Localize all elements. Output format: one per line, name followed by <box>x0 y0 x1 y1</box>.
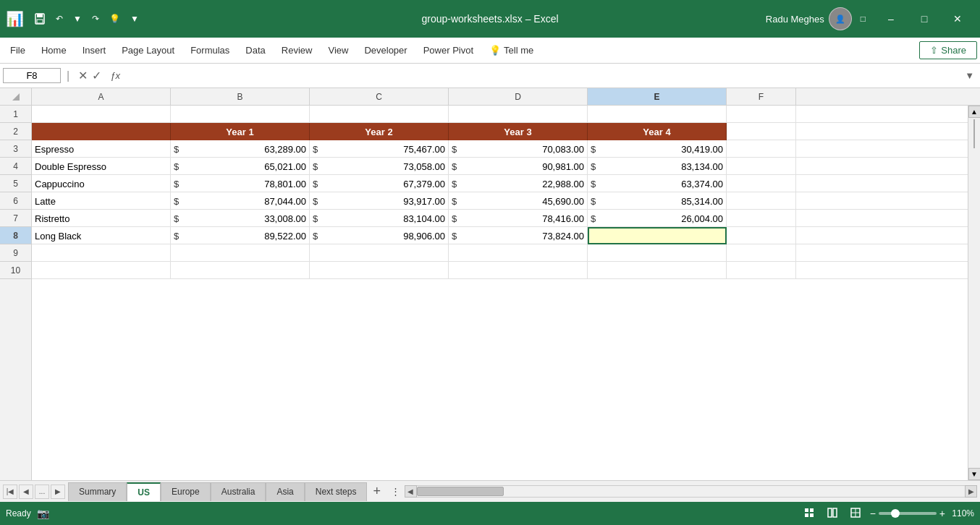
menu-review[interactable]: Review <box>274 42 320 59</box>
zoom-slider[interactable] <box>879 512 937 515</box>
tell-me-section[interactable]: 💡 Tell me <box>482 42 541 59</box>
menu-pagelayout[interactable]: Page Layout <box>114 42 182 59</box>
cell-F8[interactable] <box>588 227 727 244</box>
scroll-thumb[interactable] <box>973 119 975 148</box>
scroll-down-button[interactable]: ▼ <box>968 468 981 480</box>
cell-C7[interactable]: $33,008.00 <box>171 210 310 227</box>
cell-D3[interactable]: $75,467.00 <box>310 140 449 158</box>
cell-D10[interactable] <box>310 262 449 279</box>
cell-E3[interactable]: $70,083.00 <box>449 140 588 158</box>
share-button[interactable]: ⇧ Share <box>919 41 977 59</box>
cell-F2-header[interactable]: Year 4 <box>588 123 727 140</box>
col-header-B[interactable]: B <box>171 88 310 105</box>
tab-asia[interactable]: Asia <box>266 482 304 501</box>
cell-E7[interactable]: $78,416.00 <box>449 210 588 227</box>
minimize-button[interactable]: – <box>874 7 908 30</box>
menu-powerpivot[interactable]: Power Pivot <box>416 42 481 59</box>
cell-B3[interactable]: Espresso <box>32 140 171 158</box>
formula-input[interactable] <box>126 69 959 82</box>
cell-G2[interactable] <box>727 123 796 140</box>
cell-C6[interactable]: $87,044.00 <box>171 192 310 210</box>
row-num-2[interactable]: 2 <box>0 123 31 140</box>
cell-G7[interactable] <box>727 210 796 227</box>
tab-australia[interactable]: Australia <box>211 482 266 501</box>
col-header-G[interactable] <box>796 88 808 105</box>
cell-B9[interactable] <box>32 244 171 262</box>
normal-view-button[interactable] <box>801 505 818 522</box>
tab-summary[interactable]: Summary <box>68 482 127 501</box>
cell-G4[interactable] <box>727 158 796 175</box>
cell-F7[interactable]: $26,004.00 <box>588 210 727 227</box>
formula-dropdown-icon[interactable]: ▼ <box>962 70 977 81</box>
hscroll-left-button[interactable]: ◀ <box>405 485 417 498</box>
vertical-scrollbar[interactable]: ▲ ▼ <box>968 106 980 480</box>
cell-G1[interactable] <box>727 106 796 123</box>
hscroll-track[interactable] <box>417 485 965 498</box>
cell-E8[interactable]: $73,824.00 <box>449 227 588 244</box>
ribbon-display-button[interactable]: □ <box>858 12 869 25</box>
col-header-C[interactable]: C <box>310 88 449 105</box>
cell-C1[interactable] <box>171 106 310 123</box>
undo-button[interactable]: ↶ <box>53 12 66 25</box>
cancel-formula-icon[interactable]: ✕ <box>78 69 88 82</box>
cell-D7[interactable]: $83,104.00 <box>310 210 449 227</box>
redo-button[interactable]: ↷ <box>89 12 102 25</box>
scroll-up-button[interactable]: ▲ <box>968 106 981 118</box>
col-header-A[interactable]: A <box>32 88 171 105</box>
tab-europe[interactable]: Europe <box>161 482 211 501</box>
more-sheets-button[interactable]: ... <box>35 485 49 499</box>
cell-E2-header[interactable]: Year 3 <box>449 123 588 140</box>
first-sheet-button[interactable]: |◀ <box>3 485 17 499</box>
undo-dropdown[interactable]: ▼ <box>70 12 85 25</box>
cell-reference-input[interactable] <box>3 68 61 83</box>
cell-E5[interactable]: $22,988.00 <box>449 175 588 192</box>
col-header-F[interactable]: F <box>727 88 796 105</box>
row-num-1[interactable]: 1 <box>0 106 31 123</box>
cell-D9[interactable] <box>310 244 449 262</box>
cell-F6[interactable]: $85,314.00 <box>588 192 727 210</box>
col-header-E[interactable]: E <box>588 88 727 105</box>
save-button[interactable] <box>31 12 48 26</box>
cell-D4[interactable]: $73,058.00 <box>310 158 449 175</box>
cell-B5[interactable]: Cappuccino <box>32 175 171 192</box>
hscroll-right-button[interactable]: ▶ <box>965 485 977 498</box>
cell-C3[interactable]: $63,289.00 <box>171 140 310 158</box>
menu-file[interactable]: File <box>3 42 33 59</box>
col-header-D[interactable]: D <box>449 88 588 105</box>
tab-us[interactable]: US <box>127 482 161 501</box>
row-num-4[interactable]: 4 <box>0 158 31 175</box>
cell-D5[interactable]: $67,379.00 <box>310 175 449 192</box>
cell-G8[interactable] <box>727 227 796 244</box>
row-num-6[interactable]: 6 <box>0 192 31 210</box>
cell-G10[interactable] <box>727 262 796 279</box>
cell-B6[interactable]: Latte <box>32 192 171 210</box>
cell-D8[interactable]: $98,906.00 <box>310 227 449 244</box>
menu-insert[interactable]: Insert <box>75 42 114 59</box>
menu-developer[interactable]: Developer <box>357 42 414 59</box>
row-num-8[interactable]: 8 <box>0 227 31 244</box>
page-break-view-button[interactable] <box>847 505 864 522</box>
cell-F9[interactable] <box>588 244 727 262</box>
cell-E4[interactable]: $90,981.00 <box>449 158 588 175</box>
tab-options-button[interactable]: ⋮ <box>386 486 405 497</box>
cell-G6[interactable] <box>727 192 796 210</box>
row-num-3[interactable]: 3 <box>0 140 31 158</box>
hscroll-thumb[interactable] <box>417 487 504 496</box>
cell-F10[interactable] <box>588 262 727 279</box>
prev-sheet-button[interactable]: ◀ <box>19 485 33 499</box>
next-sheet-button[interactable]: ▶ <box>51 485 65 499</box>
cell-C8[interactable]: $89,522.00 <box>171 227 310 244</box>
cell-B7[interactable]: Ristretto <box>32 210 171 227</box>
cell-E10[interactable] <box>449 262 588 279</box>
menu-home[interactable]: Home <box>34 42 74 59</box>
cell-C2-header[interactable]: Year 1 <box>171 123 310 140</box>
cell-B8[interactable]: Long Black <box>32 227 171 244</box>
cell-D1[interactable] <box>310 106 449 123</box>
row-num-10[interactable]: 10 <box>0 262 31 279</box>
row-num-9[interactable]: 9 <box>0 244 31 262</box>
close-button[interactable]: ✕ <box>941 7 974 30</box>
cell-D6[interactable]: $93,917.00 <box>310 192 449 210</box>
row-num-7[interactable]: 7 <box>0 210 31 227</box>
cell-B4[interactable]: Double Espresso <box>32 158 171 175</box>
cell-D2-header[interactable]: Year 2 <box>310 123 449 140</box>
